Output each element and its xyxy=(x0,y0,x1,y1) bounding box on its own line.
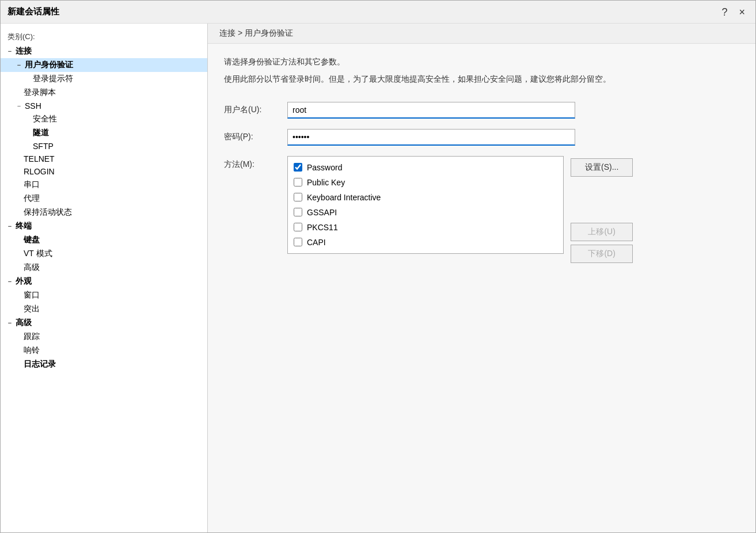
content-area: 请选择身份验证方法和其它参数。 使用此部分以节省登录时间。但是，为了最大限度地提… xyxy=(208,44,755,532)
left-panel: 类别(C): −连接−用户身份验证登录提示符登录脚本−SSH安全性隧道SFTPT… xyxy=(1,24,208,532)
tree-item-advanced-top[interactable]: −高级 xyxy=(1,316,207,330)
tree-item-appearance[interactable]: −外观 xyxy=(1,275,207,288)
tree-icon-ssh: − xyxy=(14,102,24,109)
tree-label-log: 日志记录 xyxy=(24,359,56,370)
tree-item-keyboard[interactable]: 键盘 xyxy=(1,233,207,247)
tree-item-connect[interactable]: −连接 xyxy=(1,44,207,58)
password-label: 密码(P): xyxy=(224,132,287,142)
method-item-gssapi[interactable]: GSSAPI xyxy=(288,205,563,220)
tree-item-tunnel[interactable]: 隧道 xyxy=(1,126,207,140)
method-row: 方法(M): PasswordPublic KeyKeyboard Intera… xyxy=(224,156,739,263)
method-checkbox-password[interactable] xyxy=(294,163,302,172)
tree-item-bell[interactable]: 响铃 xyxy=(1,344,207,357)
breadcrumb: 连接 > 用户身份验证 xyxy=(208,24,755,44)
method-item-public-key[interactable]: Public Key xyxy=(288,175,563,190)
tree-label-advanced: 高级 xyxy=(24,262,40,273)
method-right: PasswordPublic KeyKeyboard InteractiveGS… xyxy=(287,156,633,263)
category-label: 类别(C): xyxy=(1,28,207,44)
desc2: 使用此部分以节省登录时间。但是，为了最大限度地提高安全性，如果担心安全问题，建议… xyxy=(224,73,739,85)
tree-icon-terminal: − xyxy=(5,223,14,230)
tree-label-rlogin: RLOGIN xyxy=(24,167,55,176)
tree-label-vt-mode: VT 模式 xyxy=(24,249,52,259)
tree-item-sftp[interactable]: SFTP xyxy=(1,140,207,153)
move-down-button[interactable]: 下移(D) xyxy=(571,245,633,263)
tree-item-log[interactable]: 日志记录 xyxy=(1,357,207,371)
method-list: PasswordPublic KeyKeyboard InteractiveGS… xyxy=(287,156,564,254)
tree-item-security[interactable]: 安全性 xyxy=(1,112,207,126)
method-item-pkcs11[interactable]: PKCS11 xyxy=(288,220,563,235)
tree-label-login-script: 登录脚本 xyxy=(24,87,56,98)
tree-label-keyboard: 键盘 xyxy=(24,235,40,245)
close-button[interactable]: × xyxy=(735,6,749,18)
method-item-capi[interactable]: CAPI xyxy=(288,235,563,250)
tree-item-window[interactable]: 窗口 xyxy=(1,288,207,302)
password-input[interactable] xyxy=(287,129,575,146)
tree-item-terminal[interactable]: −终端 xyxy=(1,219,207,233)
tree-icon-advanced-top: − xyxy=(5,319,14,326)
move-up-button[interactable]: 上移(U) xyxy=(571,223,633,241)
method-checkbox-keyboard-interactive[interactable] xyxy=(294,193,302,201)
tree-label-telnet: TELNET xyxy=(24,154,55,163)
tree-label-window: 窗口 xyxy=(24,290,40,300)
method-checkbox-capi[interactable] xyxy=(294,238,302,246)
tree-label-advanced-top: 高级 xyxy=(16,318,32,328)
password-row: 密码(P): xyxy=(224,129,739,146)
title-bar-buttons: ? × xyxy=(718,6,749,18)
form-section: 用户名(U): 密码(P): 方法(M): PasswordPublic Key… xyxy=(224,102,739,263)
method-label-public-key: Public Key xyxy=(307,178,345,187)
tree-label-ssh: SSH xyxy=(25,101,41,111)
username-label: 用户名(U): xyxy=(224,105,287,115)
method-label-capi: CAPI xyxy=(307,238,326,247)
method-label-gssapi: GSSAPI xyxy=(307,208,337,217)
tree-item-login-prompt[interactable]: 登录提示符 xyxy=(1,72,207,86)
tree-item-highlight[interactable]: 突出 xyxy=(1,302,207,316)
tree-label-appearance: 外观 xyxy=(16,276,32,287)
tree-label-auth: 用户身份验证 xyxy=(25,60,73,70)
tree-item-serial[interactable]: 串口 xyxy=(1,178,207,192)
tree-item-trace[interactable]: 跟踪 xyxy=(1,330,207,344)
tree-item-auth[interactable]: −用户身份验证 xyxy=(1,58,207,72)
method-item-password[interactable]: Password xyxy=(288,160,563,175)
method-label-pkcs11: PKCS11 xyxy=(307,223,338,232)
tree-item-ssh[interactable]: −SSH xyxy=(1,100,207,112)
tree-label-tunnel: 隧道 xyxy=(33,128,49,138)
settings-button[interactable]: 设置(S)... xyxy=(571,158,633,177)
tree-item-advanced[interactable]: 高级 xyxy=(1,261,207,275)
method-checkbox-public-key[interactable] xyxy=(294,178,302,186)
help-button[interactable]: ? xyxy=(718,6,731,18)
tree-item-vt-mode[interactable]: VT 模式 xyxy=(1,247,207,261)
tree-label-serial: 串口 xyxy=(24,180,40,190)
username-input[interactable] xyxy=(287,102,575,119)
dialog-title: 新建会话属性 xyxy=(7,6,59,17)
method-label: 方法(M): xyxy=(224,156,287,170)
tree-icon-auth: − xyxy=(14,62,24,68)
username-row: 用户名(U): xyxy=(224,102,739,119)
tree-label-connect: 连接 xyxy=(16,46,32,56)
tree-container: −连接−用户身份验证登录提示符登录脚本−SSH安全性隧道SFTPTELNETRL… xyxy=(1,44,207,371)
tree-label-trace: 跟踪 xyxy=(24,332,40,342)
tree-label-terminal: 终端 xyxy=(16,221,32,231)
tree-icon-connect: − xyxy=(5,48,14,55)
method-buttons-col: 设置(S)... 上移(U) 下移(D) xyxy=(571,156,633,263)
method-label-keyboard-interactive: Keyboard Interactive xyxy=(307,193,381,202)
method-item-keyboard-interactive[interactable]: Keyboard Interactive xyxy=(288,190,563,205)
method-checkbox-pkcs11[interactable] xyxy=(294,223,302,231)
tree-item-login-script[interactable]: 登录脚本 xyxy=(1,86,207,100)
tree-item-proxy[interactable]: 代理 xyxy=(1,192,207,205)
dialog-body: 类别(C): −连接−用户身份验证登录提示符登录脚本−SSH安全性隧道SFTPT… xyxy=(1,24,755,532)
method-label-password: Password xyxy=(307,163,342,172)
tree-label-bell: 响铃 xyxy=(24,345,40,356)
tree-label-highlight: 突出 xyxy=(24,304,40,314)
tree-label-login-prompt: 登录提示符 xyxy=(33,74,73,84)
title-bar: 新建会话属性 ? × xyxy=(1,1,755,24)
dialog: 新建会话属性 ? × 类别(C): −连接−用户身份验证登录提示符登录脚本−SS… xyxy=(0,0,756,533)
tree-label-sftp: SFTP xyxy=(33,142,54,151)
tree-label-keepalive: 保持活动状态 xyxy=(24,207,72,218)
tree-item-rlogin[interactable]: RLOGIN xyxy=(1,165,207,178)
tree-item-keepalive[interactable]: 保持活动状态 xyxy=(1,205,207,219)
right-panel: 连接 > 用户身份验证 请选择身份验证方法和其它参数。 使用此部分以节省登录时间… xyxy=(208,24,755,532)
tree-label-proxy: 代理 xyxy=(24,193,40,204)
method-checkbox-gssapi[interactable] xyxy=(294,208,302,216)
tree-item-telnet[interactable]: TELNET xyxy=(1,153,207,165)
tree-icon-appearance: − xyxy=(5,278,14,285)
